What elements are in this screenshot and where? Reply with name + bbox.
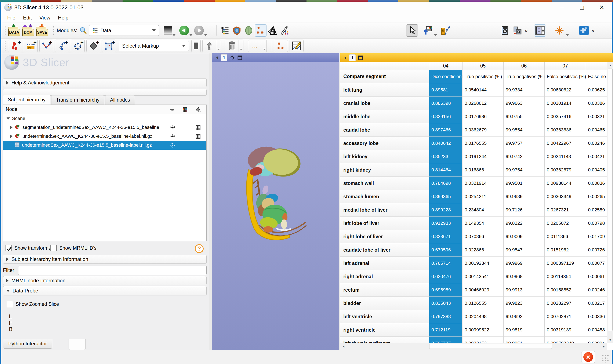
value-cell[interactable]: 0.00336 (586, 310, 607, 323)
tab-all-nodes[interactable]: All nodes (105, 95, 135, 104)
row-header-cell[interactable]: cranial lobe (340, 97, 429, 110)
value-cell[interactable]: 99.9969 (504, 257, 545, 270)
maximize-view-icon[interactable] (237, 55, 243, 61)
delete-markup-button[interactable] (225, 39, 239, 52)
subject-hierarchy-module-button[interactable] (219, 24, 231, 37)
value-cell[interactable]: 99.9009 (504, 230, 545, 243)
row-header-cell[interactable]: right kidney (340, 163, 429, 177)
help-icon[interactable]: ? (195, 244, 204, 253)
grid-icon[interactable] (195, 134, 201, 141)
value-cell[interactable]: 0.0151962 (545, 243, 586, 257)
pin-icon[interactable] (342, 55, 347, 60)
place-line-button[interactable]: + (24, 39, 38, 52)
value-cell[interactable]: 0.00625 (586, 83, 607, 97)
place-roi-button[interactable]: + (102, 39, 116, 52)
value-cell[interactable]: 0.00466029 (462, 283, 504, 297)
metric-cell[interactable]: False positives (%) (545, 70, 586, 83)
visibility-eye-icon[interactable] (170, 125, 175, 132)
value-cell[interactable]: 0.00421 (586, 150, 607, 163)
value-cell[interactable]: 0.00422967 (545, 137, 586, 150)
value-cell[interactable]: 0.00301914 (545, 97, 586, 110)
value-cell[interactable]: 0.00217 (586, 297, 607, 310)
scrollbar-thumb[interactable] (608, 69, 613, 331)
value-cell[interactable]: 0.234804 (462, 203, 504, 217)
scrollbar-thumb[interactable] (429, 344, 552, 349)
value-cell[interactable]: 0.00319139 (545, 323, 586, 337)
annotations-module-button[interactable] (278, 24, 290, 37)
value-cell[interactable]: 0.0321914 (462, 177, 504, 190)
place-open-curve-button[interactable]: + (55, 39, 69, 52)
scene-views-button[interactable] (511, 24, 523, 37)
value-cell[interactable]: 0.00114354 (545, 270, 586, 283)
extensions-manager-button[interactable] (578, 24, 590, 37)
tree-row[interactable]: undeterminedSex_AAWC_K244-36-e15.5_basel… (3, 132, 206, 141)
value-cell[interactable]: 0.797388 (429, 310, 462, 323)
pin-icon[interactable] (214, 55, 219, 60)
value-cell[interactable]: 99.9663 (504, 97, 545, 110)
value-cell[interactable]: 0.00630622 (545, 83, 586, 97)
markups-module-shortcut-button[interactable] (274, 39, 288, 52)
value-cell[interactable]: 0.0176555 (462, 137, 504, 150)
more-options-button[interactable]: ... (248, 39, 262, 52)
scroll-down-icon[interactable]: ▼ (607, 337, 613, 343)
value-cell[interactable]: 0.784698 (429, 177, 462, 190)
toolbar-overflow-button[interactable]: » (590, 27, 596, 34)
corner-header-cell[interactable] (340, 62, 429, 70)
chevron-down-icon[interactable] (434, 34, 437, 36)
value-cell[interactable]: 99.9823 (504, 297, 545, 310)
chevron-down-icon[interactable] (189, 34, 192, 36)
value-cell[interactable]: 0.814464 (429, 163, 462, 177)
center-view-icon[interactable] (229, 55, 235, 61)
value-cell[interactable]: 0.00241148 (545, 150, 586, 163)
row-header-cell[interactable]: bladder (340, 297, 429, 310)
value-cell[interactable]: 99.9554 (504, 123, 545, 137)
place-point-button[interactable]: + (8, 39, 22, 52)
module-history-gradient-icon[interactable] (164, 26, 172, 35)
subject-hierarchy-item-info-section[interactable]: Subject hierarchy item information (3, 255, 207, 264)
fixed-number-of-points-button[interactable] (202, 39, 216, 52)
row-header-cell[interactable]: left adrenal (340, 257, 429, 270)
crosshair-button[interactable] (554, 24, 565, 37)
value-cell[interactable]: 0.0254211 (462, 190, 504, 203)
close-button[interactable]: × (592, 2, 612, 13)
models-module-button[interactable] (266, 24, 278, 37)
toolbar-overflow-button[interactable]: » (523, 27, 529, 34)
value-cell[interactable]: 99.9689 (504, 190, 545, 203)
visibility-eye-icon[interactable] (170, 133, 175, 141)
scroll-left-icon[interactable]: ◄ (340, 343, 347, 350)
value-cell[interactable]: 0.620476 (429, 270, 462, 283)
value-cell[interactable]: 0.00405 (586, 163, 607, 177)
value-cell[interactable]: 0.0267321 (545, 203, 586, 217)
value-cell[interactable]: 0.0204498 (462, 310, 504, 323)
row-header-cell[interactable]: stomach wall (340, 177, 429, 190)
value-cell[interactable]: 0.00265 (586, 190, 607, 203)
column-header-cell[interactable]: 04 (429, 62, 462, 70)
value-cell[interactable]: 0.00930144 (545, 177, 586, 190)
value-cell[interactable]: 0.00246 (586, 137, 607, 150)
metrics-table[interactable]: 04050607Compare segmentDice coefficientT… (340, 62, 613, 356)
metric-cell[interactable]: Dice coefficient (429, 70, 462, 83)
volume-rendering-module-button[interactable] (231, 24, 243, 37)
column-header-cell[interactable] (586, 62, 607, 70)
column-header-cell[interactable]: 07 (545, 62, 586, 70)
metric-cell[interactable]: True positives (%) (462, 70, 504, 83)
module-forward-button[interactable] (194, 26, 204, 35)
maximize-button[interactable]: □ (572, 2, 592, 13)
value-cell[interactable]: 99.9547 (504, 243, 545, 257)
row-header-cell[interactable]: left ventricle (340, 310, 429, 323)
value-cell[interactable]: 99.9334 (504, 83, 545, 97)
value-cell[interactable]: 0.00465 (586, 123, 607, 137)
filter-input[interactable] (18, 266, 207, 275)
show-mrml-ids-checkbox[interactable]: Show MRML ID's (50, 245, 96, 251)
row-header-cell[interactable]: right adrenal (340, 270, 429, 283)
value-cell[interactable]: 0.02589 (586, 203, 607, 217)
place-mode-button[interactable] (191, 39, 201, 52)
value-cell[interactable]: 0.0540144 (462, 83, 504, 97)
value-cell[interactable]: 0.070866 (462, 230, 504, 243)
row-header-cell[interactable]: stomach lumen (340, 190, 429, 203)
markup-combobox[interactable]: Select a Markup (119, 41, 189, 51)
menu-edit[interactable]: Edit (19, 13, 36, 22)
row-header-cell[interactable]: left lobe of liver (340, 217, 429, 230)
value-cell[interactable]: 0.912933 (429, 217, 462, 230)
value-cell[interactable]: 99.9819 (504, 323, 545, 337)
